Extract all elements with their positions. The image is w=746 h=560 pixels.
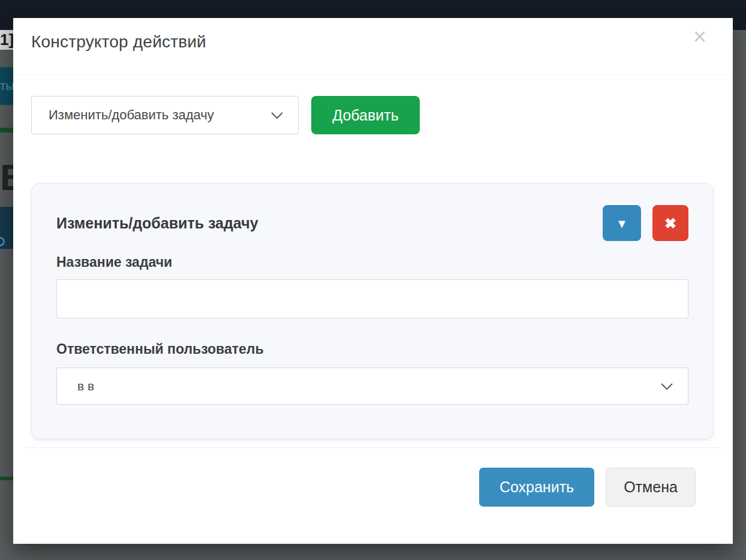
dialog-title: Конструктор действий — [31, 32, 206, 52]
remove-action-button[interactable]: ✖ — [652, 205, 688, 241]
action-type-row: Изменить/добавить задачу Добавить — [31, 96, 420, 134]
background-big-letter: В — [0, 151, 13, 204]
cancel-button[interactable]: Отмена — [606, 468, 696, 507]
add-action-button[interactable]: Добавить — [311, 96, 420, 134]
background-left-strip: 1] ты В — [0, 0, 13, 530]
triangle-down-icon: ▼ — [616, 217, 628, 230]
action-constructor-dialog: Конструктор действий × Изменить/добавить… — [13, 18, 733, 544]
action-type-select-value: Изменить/добавить задачу — [49, 107, 214, 123]
circle-icon — [0, 237, 5, 246]
footer-divider — [25, 447, 721, 448]
action-card-header: Изменить/добавить задачу ▼ ✖ — [56, 205, 688, 241]
chevron-down-icon — [660, 379, 673, 393]
save-button[interactable]: Сохранить — [479, 468, 594, 507]
close-icon[interactable]: × — [693, 25, 706, 48]
action-card: Изменить/добавить задачу ▼ ✖ Название за… — [31, 183, 714, 439]
background-bracket-text: 1] — [0, 30, 13, 50]
chevron-down-icon — [270, 107, 284, 123]
collapse-action-button[interactable]: ▼ — [603, 205, 641, 241]
background-green-line-2 — [0, 477, 13, 480]
task-name-label: Название задачи — [56, 254, 688, 270]
responsible-user-label: Ответственный пользователь — [56, 341, 688, 357]
task-name-input[interactable] — [56, 279, 688, 318]
background-green-line-right — [0, 129, 13, 133]
dialog-header: Конструктор действий × — [13, 18, 733, 75]
background-teal-block — [0, 207, 13, 249]
background-right-strip — [0, 530, 13, 560]
dialog-footer: Сохранить Отмена — [479, 468, 696, 507]
action-card-buttons: ▼ ✖ — [603, 205, 688, 241]
action-type-select[interactable]: Изменить/добавить задачу — [31, 96, 299, 134]
x-mark-icon: ✖ — [664, 215, 676, 231]
responsible-user-select[interactable]: в в — [56, 368, 688, 405]
action-card-heading: Изменить/добавить задачу — [56, 215, 258, 232]
responsible-user-select-value: в в — [77, 379, 94, 393]
background-teal-tab: ты — [0, 67, 13, 105]
